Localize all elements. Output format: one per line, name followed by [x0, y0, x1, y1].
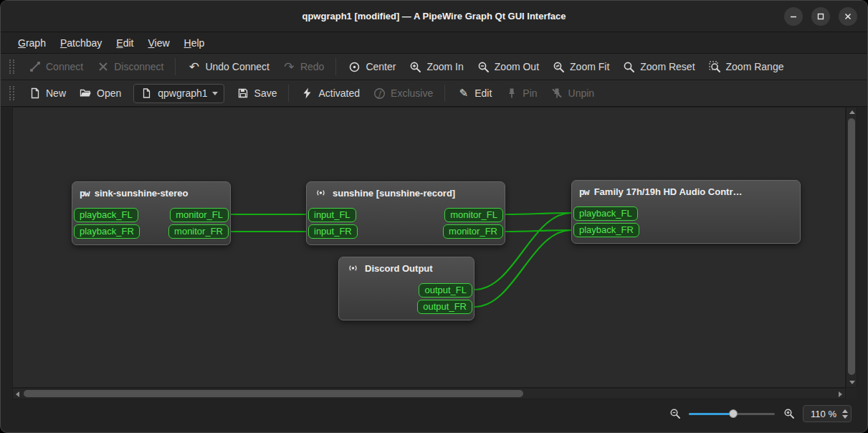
zoom-slider-handle[interactable] — [729, 409, 738, 418]
unpin-label: Unpin — [568, 87, 595, 99]
open-label: Open — [97, 87, 121, 99]
toolbar-separator — [335, 58, 336, 75]
menu-help[interactable]: Help — [177, 34, 212, 52]
vertical-scrollbar-thumb[interactable] — [848, 118, 855, 375]
zoom-spinbox[interactable]: 110 % — [803, 405, 852, 422]
open-button[interactable]: Open — [72, 83, 128, 103]
patchbay-selector[interactable]: qpwgraph1 — [133, 84, 224, 103]
horizontal-scrollbar-thumb[interactable] — [24, 390, 523, 397]
zoom-in-small-icon[interactable] — [782, 407, 796, 420]
zoom-out-button[interactable]: Zoom Out — [470, 57, 545, 77]
node-sunshine-record[interactable]: sunshine [sunshine-record] input_FL inpu… — [306, 181, 505, 245]
toolbar-handle[interactable] — [9, 60, 14, 74]
connect-button[interactable]: Connect — [22, 57, 90, 77]
titlebar[interactable]: qpwgraph1 [modified] — A PipeWire Graph … — [1, 1, 867, 32]
zoom-out-icon — [477, 60, 490, 73]
horizontal-scrollbar[interactable] — [12, 388, 846, 399]
port-input-fl[interactable]: input_FL — [308, 208, 356, 222]
activated-label: Activated — [318, 87, 360, 99]
menu-edit[interactable]: Edit — [109, 34, 140, 52]
scroll-up-arrow[interactable] — [849, 110, 855, 114]
scroll-down-arrow[interactable] — [849, 381, 855, 384]
spin-up-arrow[interactable] — [842, 409, 848, 413]
redo-button[interactable]: ↷ Redo — [276, 57, 330, 77]
save-button[interactable]: Save — [230, 83, 284, 103]
statusbar: 110 % — [1, 399, 867, 428]
disconnect-icon — [96, 60, 110, 73]
zoom-range-label: Zoom Range — [726, 61, 784, 72]
port-input-fr[interactable]: input_FR — [308, 224, 358, 239]
monitor-stream-icon — [346, 262, 360, 275]
pin-label: Pin — [523, 87, 537, 99]
port-monitor-fr[interactable]: monitor_FR — [443, 224, 503, 239]
app-window: qpwgraph1 [modified] — A PipeWire Graph … — [0, 0, 868, 433]
node-title: Discord Output — [365, 263, 433, 274]
spin-down-arrow[interactable] — [842, 415, 848, 419]
maximize-icon — [815, 11, 826, 22]
port-monitor-fl[interactable]: monitor_FL — [444, 208, 503, 222]
new-label: New — [46, 87, 66, 99]
new-button[interactable]: New — [22, 83, 72, 103]
redo-icon: ↷ — [282, 60, 296, 73]
node-family-hd-audio-controller[interactable]: pw Family 17h/19h HD Audio Contr… playba… — [571, 180, 801, 244]
open-folder-icon — [79, 87, 92, 100]
port-playback-fr[interactable]: playback_FR — [573, 223, 639, 237]
disconnect-button[interactable]: Disconnect — [90, 57, 170, 77]
zoom-range-button[interactable]: Zoom Range — [702, 57, 791, 77]
menubar: Graph Patchbay Edit View Help — [1, 32, 867, 54]
zoom-fit-icon — [552, 60, 566, 73]
activated-bolt-icon — [300, 87, 314, 100]
toolbar-handle[interactable] — [9, 86, 14, 100]
menu-patchbay[interactable]: Patchbay — [53, 34, 109, 52]
pin-icon — [505, 87, 518, 100]
patchbay-name: qpwgraph1 — [158, 87, 207, 99]
edit-button[interactable]: ✎ Edit — [450, 83, 498, 103]
toolbar-separator — [288, 85, 289, 102]
zoom-slider[interactable] — [689, 409, 775, 419]
graph-canvas[interactable]: pw sink-sunshine-stereo playback_FL play… — [12, 107, 846, 388]
window-title: qpwgraph1 [modified] — A PipeWire Graph … — [1, 11, 867, 22]
port-monitor-fl[interactable]: monitor_FL — [170, 208, 229, 222]
activated-button[interactable]: Activated — [294, 83, 366, 103]
pin-button[interactable]: Pin — [498, 83, 543, 103]
unpin-button[interactable]: Unpin — [544, 83, 601, 103]
close-button[interactable] — [839, 7, 857, 26]
vertical-scrollbar[interactable] — [846, 107, 857, 388]
zoom-reset-icon — [622, 60, 636, 73]
port-playback-fl[interactable]: playback_FL — [74, 208, 138, 222]
node-discord-output[interactable]: Discord Output output_FL output_FR — [338, 257, 474, 320]
minimize-icon — [788, 11, 799, 22]
connections-layer — [13, 108, 846, 388]
disconnect-label: Disconnect — [114, 61, 163, 72]
port-output-fr[interactable]: output_FR — [417, 300, 472, 314]
port-monitor-fr[interactable]: monitor_FR — [168, 224, 229, 239]
port-playback-fr[interactable]: playback_FR — [74, 224, 140, 239]
scroll-right-arrow[interactable] — [839, 391, 842, 397]
menu-graph[interactable]: Graph — [11, 34, 53, 52]
undo-connect-button[interactable]: ↶ Undo Connect — [181, 57, 276, 77]
center-button[interactable]: Center — [341, 57, 402, 77]
port-output-fl[interactable]: output_FL — [419, 283, 472, 298]
maximize-button[interactable] — [811, 7, 830, 26]
chevron-down-icon — [212, 92, 218, 98]
zoom-out-label: Zoom Out — [495, 61, 539, 72]
port-playback-fl[interactable]: playback_FL — [573, 206, 638, 221]
scrollbar-corner — [846, 388, 857, 399]
scroll-left-arrow[interactable] — [16, 391, 19, 397]
save-icon — [237, 87, 250, 100]
node-sink-sunshine-stereo[interactable]: pw sink-sunshine-stereo playback_FL play… — [72, 181, 231, 245]
center-label: Center — [366, 61, 396, 72]
menu-view[interactable]: View — [140, 34, 176, 52]
zoom-in-button[interactable]: Zoom In — [402, 57, 469, 77]
exclusive-button[interactable]: ƒ Exclusive — [366, 83, 439, 103]
minimize-button[interactable] — [784, 7, 803, 26]
zoom-out-small-icon[interactable] — [668, 407, 682, 420]
zoom-reset-button[interactable]: Zoom Reset — [616, 57, 701, 77]
connect-label: Connect — [46, 61, 83, 72]
monitor-stream-icon — [314, 186, 328, 199]
center-icon — [348, 60, 361, 73]
zoom-fit-button[interactable]: Zoom Fit — [545, 57, 616, 77]
save-label: Save — [254, 87, 277, 99]
node-title: sunshine [sunshine-record] — [333, 188, 455, 199]
zoom-reset-label: Zoom Reset — [640, 61, 695, 72]
